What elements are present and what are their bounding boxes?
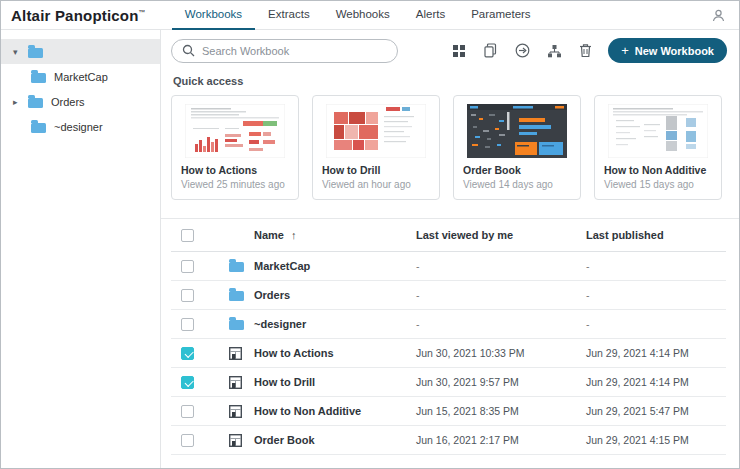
quick-access-card-order-book[interactable]: Order Book Viewed 14 days ago <box>453 95 581 200</box>
tab-parameters[interactable]: Parameters <box>458 1 543 30</box>
workbook-icon <box>229 376 242 389</box>
row-name: ~designer <box>254 318 416 330</box>
app-window: Altair Panopticon™ Workbooks Extracts We… <box>0 0 740 469</box>
row-name: How to Non Additive <box>254 405 416 417</box>
card-viewed-time: Viewed 25 minutes ago <box>181 179 289 190</box>
workbook-icon <box>229 405 242 418</box>
delete-icon[interactable] <box>579 43 592 58</box>
folder-icon <box>229 291 244 301</box>
tree-item-orders[interactable]: ▸ Orders <box>1 89 160 114</box>
tree-root-folder[interactable]: ▾ <box>1 39 160 64</box>
table-row-how-to-drill[interactable]: How to Drill Jun 30, 2021 9:57 PM Jun 29… <box>171 368 726 397</box>
workbook-icon <box>229 347 242 360</box>
quick-access-card-how-to-drill[interactable]: How to Drill Viewed an hour ago <box>312 95 440 200</box>
quick-access-cards: How to Actions Viewed 25 minutes ago <box>171 95 727 200</box>
card-viewed-time: Viewed an hour ago <box>322 179 430 190</box>
card-viewed-time: Viewed 15 days ago <box>604 179 712 190</box>
folder-icon <box>28 48 43 58</box>
row-checkbox[interactable] <box>181 376 194 389</box>
tree-item-label: ~designer <box>54 121 103 133</box>
workbooks-table: Name ↑ Last viewed by me Last published … <box>171 219 726 455</box>
card-title: How to Non Additive <box>604 164 712 176</box>
column-header-last-published[interactable]: Last published <box>586 229 726 241</box>
table-row-marketcap[interactable]: MarketCap - - <box>171 252 726 281</box>
row-checkbox[interactable] <box>181 289 194 302</box>
table-row-how-to-actions[interactable]: How to Actions Jun 30, 2021 10:33 PM Jun… <box>171 339 726 368</box>
toolbar-icons <box>452 43 592 58</box>
workbook-thumbnail <box>604 103 712 159</box>
new-workbook-button[interactable]: + New Workbook <box>608 38 727 63</box>
row-checkbox[interactable] <box>181 405 194 418</box>
row-last-viewed: Jun 30, 2021 10:33 PM <box>416 347 586 359</box>
row-name: Orders <box>254 289 416 301</box>
row-checkbox[interactable] <box>181 260 194 273</box>
top-bar: Altair Panopticon™ Workbooks Extracts We… <box>1 1 739 30</box>
plus-icon: + <box>621 43 629 58</box>
row-name: How to Actions <box>254 347 416 359</box>
tab-extracts[interactable]: Extracts <box>255 1 323 30</box>
row-last-viewed: Jun 30, 2021 9:57 PM <box>416 376 586 388</box>
folder-icon <box>31 123 46 133</box>
table-row-designer[interactable]: ~designer - - <box>171 310 726 339</box>
column-header-name[interactable]: Name ↑ <box>254 229 416 241</box>
caret-down-icon[interactable]: ▾ <box>13 47 28 57</box>
row-last-viewed: - <box>416 260 586 272</box>
main-content: + New Workbook Quick access <box>161 30 739 468</box>
row-last-published: Jun 29, 2021 5:47 PM <box>586 405 726 417</box>
row-checkbox[interactable] <box>181 434 194 447</box>
folder-icon <box>229 320 244 330</box>
search-input[interactable] <box>202 45 387 57</box>
search-box[interactable] <box>171 39 398 63</box>
column-header-last-viewed[interactable]: Last viewed by me <box>416 229 586 241</box>
row-last-viewed: - <box>416 318 586 330</box>
app-logo: Altair Panopticon™ <box>11 7 146 24</box>
row-last-published: - <box>586 318 726 330</box>
tree-item-marketcap[interactable]: MarketCap <box>1 64 160 89</box>
row-last-published: Jun 29, 2021 4:15 PM <box>586 434 726 446</box>
main-nav: Workbooks Extracts Webhooks Alerts Param… <box>172 1 544 30</box>
grid-view-icon[interactable] <box>452 44 466 58</box>
card-viewed-time: Viewed 14 days ago <box>463 179 571 190</box>
card-title: How to Actions <box>181 164 289 176</box>
caret-right-icon[interactable]: ▸ <box>13 97 28 107</box>
row-last-published: Jun 29, 2021 4:14 PM <box>586 376 726 388</box>
row-last-published: - <box>586 289 726 301</box>
tree-item-label: MarketCap <box>54 71 108 83</box>
move-to-icon[interactable] <box>515 43 530 58</box>
row-checkbox[interactable] <box>181 318 194 331</box>
workbook-thumbnail <box>322 103 430 159</box>
copy-icon[interactable] <box>483 43 498 58</box>
tree-item-label: Orders <box>51 96 85 108</box>
row-last-viewed: Jun 16, 2021 2:17 PM <box>416 434 586 446</box>
tab-webhooks[interactable]: Webhooks <box>323 1 403 30</box>
folder-icon <box>31 73 46 83</box>
row-checkbox[interactable] <box>181 347 194 360</box>
search-toolbar-row: + New Workbook <box>161 30 739 68</box>
quick-access-card-how-to-actions[interactable]: How to Actions Viewed 25 minutes ago <box>171 95 299 200</box>
row-name: MarketCap <box>254 260 416 272</box>
row-last-viewed: - <box>416 289 586 301</box>
workbook-thumbnail <box>463 103 571 159</box>
table-row-how-to-non-additive[interactable]: How to Non Additive Jun 15, 2021 8:35 PM… <box>171 397 726 426</box>
folder-icon <box>229 262 244 272</box>
sort-ascending-icon[interactable]: ↑ <box>291 229 297 241</box>
table-row-orders[interactable]: Orders - - <box>171 281 726 310</box>
trademark: ™ <box>139 9 146 16</box>
folder-icon <box>28 98 43 108</box>
tab-alerts[interactable]: Alerts <box>403 1 458 30</box>
card-title: How to Drill <box>322 164 430 176</box>
folder-tree-sidebar: ▾ MarketCap ▸ Orders ~designer <box>1 30 161 468</box>
workbook-icon <box>229 434 242 447</box>
workbook-thumbnail <box>181 103 289 159</box>
row-name: How to Drill <box>254 376 416 388</box>
user-account-icon[interactable] <box>711 8 726 23</box>
tab-workbooks[interactable]: Workbooks <box>172 1 255 30</box>
table-row-order-book[interactable]: Order Book Jun 16, 2021 2:17 PM Jun 29, … <box>171 426 726 455</box>
quick-access-title: Quick access <box>173 75 739 87</box>
hierarchy-icon[interactable] <box>547 44 562 58</box>
tree-item-designer[interactable]: ~designer <box>1 114 160 139</box>
select-all-checkbox[interactable] <box>181 229 194 242</box>
row-name: Order Book <box>254 434 416 446</box>
quick-access-card-how-to-non-additive[interactable]: How to Non Additive Viewed 15 days ago <box>594 95 722 200</box>
card-title: Order Book <box>463 164 571 176</box>
